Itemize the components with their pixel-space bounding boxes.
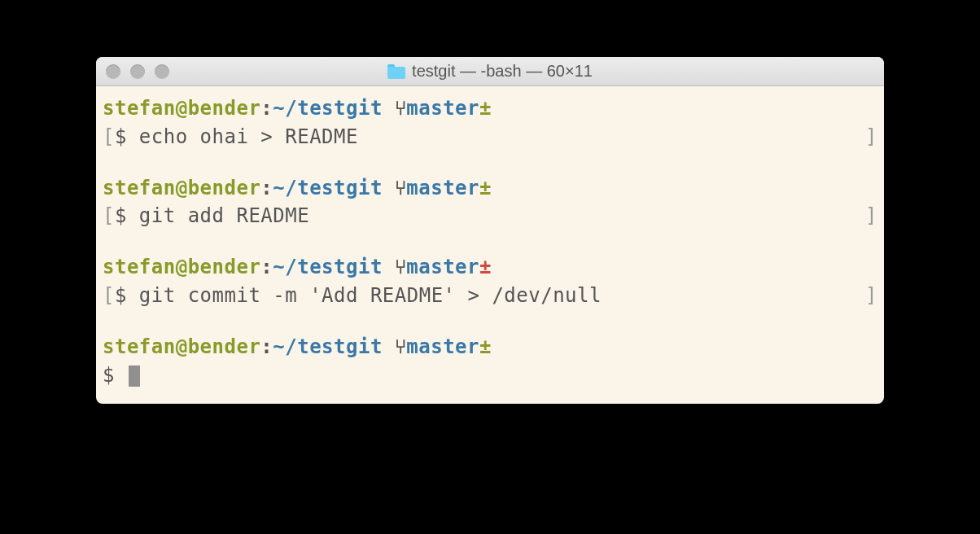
zoom-button[interactable]	[155, 64, 169, 79]
dollar-prompt: $	[115, 125, 139, 148]
prompt-colon: :	[260, 256, 273, 278]
command-line: [$ git commit -m 'Add README' > /dev/nul…	[103, 282, 877, 310]
command-block: stefan@bender:~/testgit ⑂master± [$ echo…	[103, 94, 877, 151]
left-bracket: [	[103, 125, 115, 148]
prompt-path: ~/testgit	[273, 335, 383, 358]
prompt-branch: master	[406, 335, 479, 358]
current-block: stefan@bender:~/testgit ⑂master± $	[103, 333, 877, 390]
terminal-window: testgit — -bash — 60×11 stefan@bender:~/…	[96, 57, 884, 404]
current-prompt-line[interactable]: $	[103, 361, 877, 390]
prompt-branch: master	[406, 97, 479, 120]
prompt-userhost: stefan@bender	[103, 97, 260, 120]
traffic-lights	[106, 64, 169, 79]
prompt-line: stefan@bender:~/testgit ⑂master±	[103, 333, 877, 361]
window-title: testgit — -bash — 60×11	[412, 62, 593, 81]
branch-arrow-icon: ⑂	[395, 335, 407, 358]
prompt-status: ±	[479, 97, 492, 120]
command-line: [$ git add README ]	[103, 202, 877, 230]
prompt-status: ±	[479, 256, 492, 278]
branch-arrow-icon: ⑂	[395, 256, 407, 278]
prompt-line: stefan@bender:~/testgit ⑂master±	[103, 253, 877, 282]
close-button[interactable]	[106, 64, 120, 79]
prompt-path: ~/testgit	[273, 97, 383, 120]
prompt-userhost: stefan@bender	[103, 256, 260, 278]
branch-arrow-icon: ⑂	[395, 97, 407, 120]
dollar-prompt: $	[115, 204, 139, 227]
left-bracket: [	[103, 204, 115, 227]
prompt-branch: master	[406, 256, 479, 278]
prompt-line: stefan@bender:~/testgit ⑂master±	[103, 174, 877, 203]
left-bracket: [	[103, 284, 115, 307]
command-text: git add README	[139, 204, 309, 227]
right-bracket: ]	[865, 123, 877, 151]
prompt-branch: master	[406, 177, 479, 199]
minimize-button[interactable]	[130, 64, 145, 79]
prompt-path: ~/testgit	[273, 177, 383, 199]
dollar-prompt: $	[115, 284, 139, 307]
prompt-line: stefan@bender:~/testgit ⑂master±	[103, 94, 877, 123]
prompt-status: ±	[479, 177, 492, 199]
prompt-status: ±	[479, 335, 492, 358]
branch-arrow-icon: ⑂	[395, 177, 407, 199]
command-text: git commit -m 'Add README' > /dev/null	[139, 284, 602, 307]
prompt-path: ~/testgit	[273, 256, 383, 278]
prompt-userhost: stefan@bender	[103, 335, 260, 358]
folder-icon	[387, 64, 405, 79]
command-block: stefan@bender:~/testgit ⑂master± [$ git …	[103, 174, 877, 231]
prompt-colon: :	[260, 177, 273, 199]
command-line: [$ echo ohai > README ]	[103, 123, 877, 151]
prompt-colon: :	[260, 335, 273, 358]
dollar-prompt: $	[103, 364, 127, 387]
command-text: echo ohai > README	[139, 125, 358, 148]
terminal-body[interactable]: stefan@bender:~/testgit ⑂master± [$ echo…	[96, 86, 884, 404]
right-bracket: ]	[865, 202, 877, 230]
right-bracket: ]	[865, 282, 877, 310]
prompt-colon: :	[260, 97, 273, 120]
command-block: stefan@bender:~/testgit ⑂master± [$ git …	[103, 253, 877, 310]
prompt-userhost: stefan@bender	[103, 177, 260, 199]
cursor	[129, 365, 140, 387]
title-bar: testgit — -bash — 60×11	[96, 57, 884, 86]
title-center: testgit — -bash — 60×11	[96, 62, 884, 81]
